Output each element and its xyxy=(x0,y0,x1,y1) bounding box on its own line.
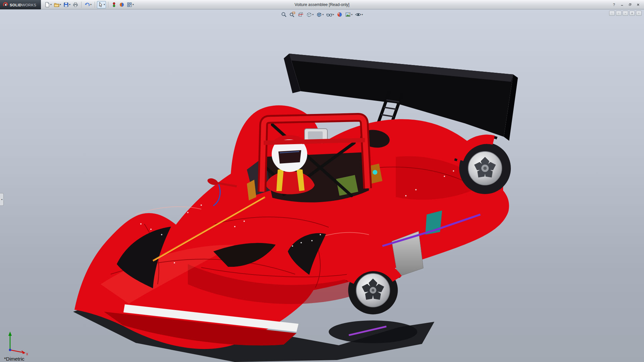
display-style-icon xyxy=(316,12,322,17)
glasses-icon xyxy=(326,12,332,17)
document-icon xyxy=(611,12,612,15)
zoom-to-fit-button[interactable] xyxy=(280,11,288,18)
view-settings-button[interactable]: ▾ xyxy=(354,11,364,18)
zoom-to-area-icon xyxy=(289,12,295,17)
save-icon xyxy=(63,2,69,7)
rear-left-wheel[interactable] xyxy=(347,263,400,314)
restore-icon xyxy=(629,3,631,6)
print-icon xyxy=(73,2,78,7)
car-model-view[interactable] xyxy=(0,9,644,362)
doc-restore-icon xyxy=(632,12,633,15)
new-document-button[interactable]: ▾ xyxy=(44,1,53,8)
edit-appearance-button[interactable] xyxy=(336,11,343,18)
scene-icon xyxy=(345,12,351,17)
section-view-button[interactable] xyxy=(297,11,305,18)
minimize-button[interactable] xyxy=(619,2,625,7)
restore-button[interactable] xyxy=(627,2,633,7)
doc-close-icon xyxy=(638,12,639,15)
select-cursor-icon xyxy=(98,2,103,7)
toolbar-separator xyxy=(108,2,108,8)
orientation-label: *Dimetric xyxy=(4,356,24,362)
title-bar: SOLIDWORKS ▾ ▾ ▾ xyxy=(0,0,644,9)
heads-up-toolbar: ▾ ▾ ▾ xyxy=(280,11,364,18)
close-icon xyxy=(637,3,639,6)
undo-button[interactable]: ▾ xyxy=(84,1,93,8)
window-controls: ? xyxy=(611,2,644,7)
x-axis-label: x xyxy=(26,352,28,356)
doc-close-button[interactable] xyxy=(636,11,642,16)
doc-minimize-button[interactable] xyxy=(623,11,628,16)
document-window-controls xyxy=(609,11,642,16)
select-tool-button[interactable]: ▾ xyxy=(97,1,106,8)
zoom-to-fit-icon xyxy=(281,12,287,17)
help-button[interactable]: ? xyxy=(611,2,617,7)
grid-options-icon xyxy=(127,2,132,7)
new-document-icon xyxy=(45,2,50,7)
toolbar-separator xyxy=(81,2,82,8)
ds-logo-icon xyxy=(3,2,8,7)
hide-show-items-button[interactable]: ▾ xyxy=(325,11,335,18)
appearance-sphere-icon xyxy=(337,12,342,17)
zoom-to-area-button[interactable] xyxy=(288,11,296,18)
save-button[interactable]: ▾ xyxy=(62,1,71,8)
open-folder-icon xyxy=(54,2,59,7)
open-button[interactable]: ▾ xyxy=(53,1,62,8)
document-icon xyxy=(618,12,619,15)
featuremanager-collapsed-tab[interactable]: ◂ xyxy=(0,193,4,206)
toolbar-separator xyxy=(95,2,95,8)
display-style-button[interactable]: ▾ xyxy=(315,11,325,18)
coordinate-triad: x xyxy=(5,330,32,357)
eye-icon xyxy=(355,12,361,17)
appearance-tool-button[interactable] xyxy=(118,1,125,8)
solidworks-logo: SOLIDWORKS xyxy=(0,0,41,9)
rebuild-button[interactable] xyxy=(110,1,118,8)
z-axis-dot xyxy=(9,349,11,351)
rebuild-icon xyxy=(111,2,117,7)
y-axis-arrow xyxy=(8,331,12,336)
brand-light: WORKS xyxy=(22,3,37,7)
print-button[interactable] xyxy=(72,1,79,8)
section-view-icon xyxy=(298,12,304,17)
close-button[interactable] xyxy=(635,2,641,7)
minimize-icon xyxy=(621,3,623,6)
main-toolbar: ▾ ▾ ▾ xyxy=(44,1,135,8)
view-cube-icon xyxy=(306,12,312,17)
solidworks-window: SOLIDWORKS ▾ ▾ ▾ xyxy=(0,0,644,362)
undo-icon xyxy=(85,2,90,7)
brand-bold: SOLID xyxy=(10,3,22,7)
doc-restore-button[interactable] xyxy=(629,11,635,16)
view-orientation-button[interactable]: ▾ xyxy=(305,11,315,18)
apply-scene-button[interactable]: ▾ xyxy=(344,11,354,18)
doc-icon-button-1[interactable] xyxy=(609,11,615,16)
cyan-detail xyxy=(373,170,377,175)
doc-minimize-icon xyxy=(625,12,626,15)
options-button[interactable]: ▾ xyxy=(126,1,135,8)
graphics-area[interactable]: ▾ ▾ ▾ xyxy=(0,9,644,362)
doc-icon-button-2[interactable] xyxy=(616,11,622,16)
appearance-ball-icon xyxy=(119,2,124,7)
window-title: Voiture assemblee [Read-only] xyxy=(294,2,349,7)
